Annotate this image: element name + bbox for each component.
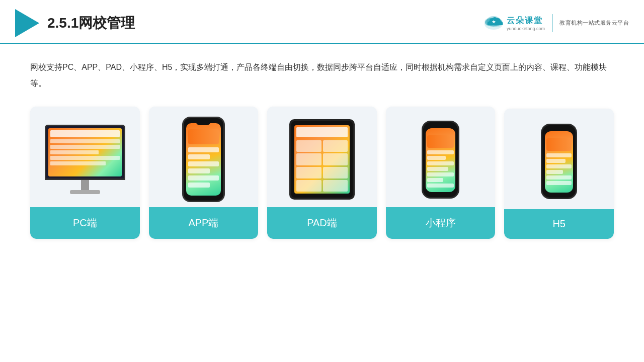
brand-logo: 云朵课堂 yunduoketang.com 教育机构一站式服务云平台 — [484, 14, 629, 33]
card-image-app — [149, 107, 259, 207]
card-label-h5: H5 — [504, 209, 614, 239]
page-title: 2.5.1网校管理 — [47, 14, 135, 33]
brand-divider — [552, 14, 552, 32]
card-label-miniprogram: 小程序 — [386, 207, 496, 239]
card-image-pad — [267, 107, 377, 207]
card-label-pad: PAD端 — [267, 207, 377, 239]
h5-phone-notch — [554, 128, 564, 131]
phone-mini-notch — [436, 125, 446, 128]
card-image-miniprogram — [386, 107, 496, 207]
card-label-pc: PC端 — [30, 207, 140, 239]
brand-sub: 教育机构一站式服务云平台 — [559, 19, 629, 28]
h5-phone-screen — [545, 131, 573, 193]
card-h5: H5 — [504, 109, 614, 239]
header-right: 云朵课堂 yunduoketang.com 教育机构一站式服务云平台 — [484, 14, 629, 33]
cards-container: PC端 — [30, 107, 614, 239]
card-miniprogram: 小程序 — [386, 107, 496, 239]
cloud-icon — [484, 14, 504, 33]
h5-phone-icon — [541, 124, 577, 199]
phone-screen — [186, 123, 221, 196]
phone-notch — [196, 121, 211, 125]
card-image-h5 — [504, 109, 614, 209]
app-phone-icon — [182, 117, 225, 202]
card-label-app: APP端 — [149, 207, 259, 239]
card-image-pc — [30, 107, 140, 207]
pad-screen — [294, 125, 350, 194]
header-left: 2.5.1网校管理 — [15, 9, 135, 37]
card-pad: PAD端 — [267, 107, 377, 239]
logo-icon — [15, 9, 39, 37]
card-app: APP端 — [149, 107, 259, 239]
brand-name: 云朵课堂 — [507, 16, 543, 26]
phone-mini-screen — [426, 128, 455, 192]
brand-url: yunduoketang.com — [507, 26, 545, 31]
miniprogram-phone-icon — [422, 121, 459, 199]
header: 2.5.1网校管理 云朵课堂 yunduoketang.com — [0, 0, 644, 44]
pc-monitor-icon — [45, 125, 125, 194]
brand-text-block: 云朵课堂 yunduoketang.com — [507, 16, 545, 31]
card-pc: PC端 — [30, 107, 140, 239]
main-content: 网校支持PC、APP、PAD、小程序、H5，实现多端打通，产品各终端自由切换，数… — [0, 44, 644, 249]
description-text: 网校支持PC、APP、PAD、小程序、H5，实现多端打通，产品各终端自由切换，数… — [30, 59, 614, 92]
pad-icon — [289, 119, 355, 200]
